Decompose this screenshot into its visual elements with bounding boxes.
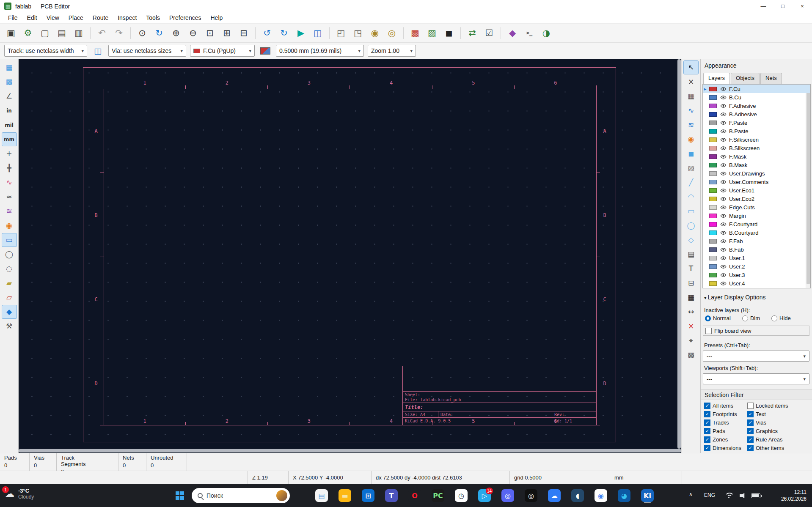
layer-color-swatch[interactable] bbox=[709, 205, 717, 210]
arc-tool-icon[interactable]: ◠ bbox=[683, 190, 699, 204]
close-button[interactable]: × bbox=[793, 0, 812, 12]
layer-row-b-mask[interactable]: B.Mask bbox=[703, 161, 810, 169]
plugin-icon[interactable]: ◆ bbox=[504, 25, 521, 41]
maximize-button[interactable]: □ bbox=[773, 0, 793, 12]
clock-icon[interactable]: ◷ bbox=[453, 488, 470, 504]
menu-inspect[interactable]: Inspect bbox=[113, 13, 141, 22]
grid-visibility-icon[interactable]: ▦ bbox=[2, 60, 17, 74]
layer-row-b-cu[interactable]: B.Cu bbox=[703, 93, 810, 101]
layer-color-swatch[interactable] bbox=[709, 146, 717, 151]
discord-icon[interactable]: ◎ bbox=[499, 488, 516, 504]
layer-row-f-adhesive[interactable]: F.Adhesive bbox=[703, 101, 810, 110]
zoom-in-icon[interactable]: ⊕ bbox=[168, 25, 184, 41]
layer-visibility-eye-icon[interactable] bbox=[719, 273, 727, 277]
kicad-icon[interactable]: Ki bbox=[639, 488, 656, 504]
onedrive-icon[interactable]: ☁ bbox=[546, 488, 563, 504]
opera-icon[interactable]: O bbox=[406, 488, 423, 504]
polar-coords-icon[interactable]: ∠ bbox=[2, 89, 17, 103]
layer-row-f-courtyard[interactable]: F.Courtyard bbox=[703, 220, 810, 228]
layer-color-swatch[interactable] bbox=[709, 180, 717, 184]
table-tool-icon[interactable]: ▦ bbox=[683, 290, 699, 304]
cursor-shape-icon[interactable]: + bbox=[2, 147, 17, 161]
toolbar-button[interactable] bbox=[255, 27, 256, 39]
layer-pair-button[interactable] bbox=[259, 44, 272, 57]
layer-visibility-eye-icon[interactable] bbox=[719, 264, 727, 269]
layer-row-user-eco1[interactable]: User.Eco1 bbox=[703, 186, 810, 195]
layer-color-swatch[interactable] bbox=[709, 95, 717, 100]
sketch-tracks-icon[interactable]: ▭ bbox=[2, 233, 17, 247]
circle-tool-icon[interactable]: ◯ bbox=[683, 219, 699, 233]
grid-select[interactable]: 0.5000 mm (19.69 mils) bbox=[276, 45, 364, 57]
unlock-icon[interactable]: ◎ bbox=[383, 25, 400, 41]
flip-board-view-checkbox[interactable]: Flip board view bbox=[703, 326, 809, 336]
layer-color-swatch[interactable] bbox=[709, 137, 717, 142]
layer-row-user-4[interactable]: User.4 bbox=[703, 279, 810, 288]
layer-color-swatch[interactable] bbox=[709, 112, 717, 117]
canvas-vertical-scrollbar[interactable] bbox=[677, 59, 681, 449]
print-icon[interactable]: ▤ bbox=[53, 25, 70, 41]
refresh-icon[interactable]: ↻ bbox=[151, 25, 168, 41]
textbox-tool-icon[interactable]: ⊟ bbox=[683, 276, 699, 290]
layer-color-swatch[interactable] bbox=[709, 273, 717, 277]
layer-color-swatch[interactable] bbox=[709, 163, 717, 167]
layer-color-swatch[interactable] bbox=[709, 264, 717, 269]
layer-row-f-paste[interactable]: F.Paste bbox=[703, 118, 810, 127]
layer-visibility-eye-icon[interactable] bbox=[719, 188, 727, 193]
tray-overflow-chevron-icon[interactable]: ∧ bbox=[689, 491, 693, 497]
layer-row-f-fab[interactable]: F.Fab bbox=[703, 237, 810, 245]
filter-text[interactable]: Text bbox=[747, 411, 811, 417]
radio-normal[interactable]: Normal bbox=[705, 315, 731, 321]
layer-visibility-eye-icon[interactable] bbox=[719, 104, 727, 108]
properties-panel-icon[interactable]: ⚒ bbox=[2, 319, 17, 333]
explorer-icon[interactable]: ▬ bbox=[336, 488, 353, 504]
layer-row-user-1[interactable]: User.1 bbox=[703, 254, 810, 262]
menu-place[interactable]: Place bbox=[64, 13, 88, 22]
sketch-vias-icon[interactable]: ◯ bbox=[2, 247, 17, 261]
tab-layers[interactable]: Layers bbox=[703, 73, 730, 84]
zoom-select[interactable]: Zoom 1.00 bbox=[368, 45, 416, 57]
layer-visibility-eye-icon[interactable] bbox=[719, 230, 727, 235]
route-tracks-icon[interactable]: ∿ bbox=[683, 104, 699, 118]
rule-area-icon[interactable]: ▨ bbox=[683, 161, 699, 175]
layer-visibility-eye-icon[interactable] bbox=[719, 247, 727, 252]
rotate-cw-icon[interactable]: ↻ bbox=[275, 25, 292, 41]
wifi-icon[interactable] bbox=[724, 492, 733, 499]
units-mm-icon[interactable]: mm bbox=[2, 132, 17, 146]
layer-visibility-eye-icon[interactable] bbox=[719, 171, 727, 176]
layer-row-user-3[interactable]: User.3 bbox=[703, 271, 810, 279]
telegram-icon[interactable]: ▷ 14 bbox=[476, 488, 493, 504]
zoom-objects-icon[interactable]: ⊞ bbox=[218, 25, 235, 41]
layer-row-f-silkscreen[interactable]: F.Silkscreen bbox=[703, 135, 810, 144]
selection-filter-header[interactable]: Selection Filter bbox=[701, 389, 812, 400]
layer-row-user-eco2[interactable]: User.Eco2 bbox=[703, 195, 810, 203]
layer-color-swatch[interactable] bbox=[709, 154, 717, 159]
zoom-selection-icon[interactable]: ⊟ bbox=[235, 25, 252, 41]
layer-row-b-paste[interactable]: B.Paste bbox=[703, 127, 810, 135]
teams-icon[interactable]: T bbox=[383, 488, 400, 504]
toolbar-button[interactable] bbox=[501, 27, 501, 39]
layer-color-swatch[interactable] bbox=[709, 230, 717, 235]
filter-footprints[interactable]: Footprints bbox=[704, 411, 747, 417]
layer-color-swatch[interactable] bbox=[709, 222, 717, 227]
layer-row-user-2[interactable]: User.2 bbox=[703, 262, 810, 271]
rotate-ccw-icon[interactable]: ↺ bbox=[259, 25, 275, 41]
dimension-tool-icon[interactable]: ↔ bbox=[683, 305, 699, 319]
delete-tool-icon[interactable]: × bbox=[683, 319, 699, 333]
board-setup-icon[interactable]: ⚙ bbox=[19, 25, 36, 41]
layer-row-b-adhesive[interactable]: B.Adhesive bbox=[703, 110, 810, 118]
layer-color-swatch[interactable] bbox=[709, 239, 717, 244]
layer-visibility-eye-icon[interactable] bbox=[719, 163, 727, 167]
layer-visibility-eye-icon[interactable] bbox=[719, 239, 727, 244]
drc-icon[interactable]: ☑ bbox=[481, 25, 498, 41]
group-icon[interactable]: ◰ bbox=[333, 25, 350, 41]
zoom-out-icon[interactable]: ⊖ bbox=[184, 25, 201, 41]
inactive-layer-icon[interactable]: ◆ bbox=[2, 305, 17, 319]
tune-length-icon[interactable]: ≋ bbox=[683, 118, 699, 132]
save-icon[interactable]: ▣ bbox=[3, 25, 19, 41]
layer-visibility-eye-icon[interactable] bbox=[719, 180, 727, 184]
layer-row-margin[interactable]: Margin bbox=[703, 211, 810, 220]
footprint-browser-icon[interactable]: ▨ bbox=[424, 25, 440, 41]
active-layer-select[interactable]: F.Cu (PgUp) bbox=[190, 45, 255, 57]
layer-color-swatch[interactable] bbox=[709, 87, 717, 91]
filter-vias[interactable]: Vias bbox=[747, 419, 811, 426]
